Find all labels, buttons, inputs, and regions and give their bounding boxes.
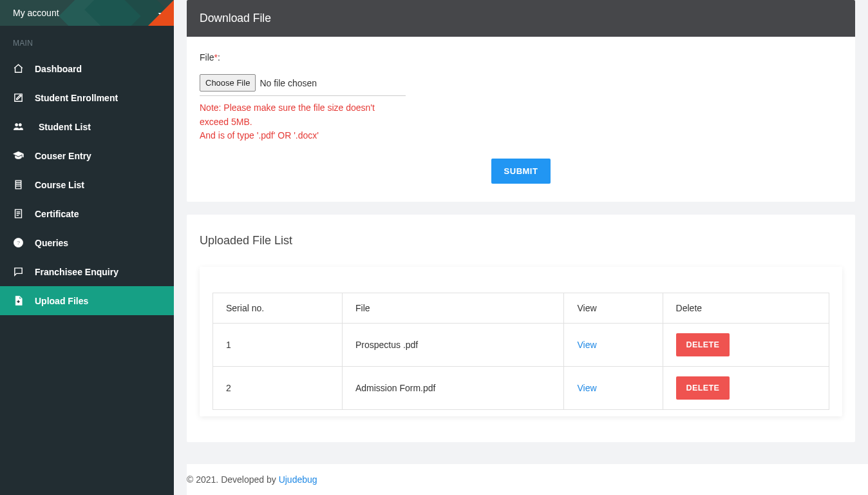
home-icon	[13, 63, 35, 74]
file-chosen-text: No file chosen	[259, 78, 317, 88]
nav-label: Dashboard	[35, 64, 82, 74]
col-view: View	[564, 293, 663, 324]
card-title: Download File	[200, 12, 271, 24]
nav-label: Couser Entry	[35, 151, 91, 161]
graduation-cap-icon	[13, 150, 35, 161]
sidebar: My account MAIN DashboardStudent Enrollm…	[0, 0, 174, 495]
card-header: Download File	[187, 0, 855, 37]
sidebar-item-dashboard[interactable]: Dashboard	[0, 54, 174, 83]
table-row: 2Admission Form.pdfViewDELETE	[213, 367, 829, 410]
clipboard-icon	[13, 179, 35, 190]
account-label: My account	[13, 8, 59, 18]
submit-button[interactable]: SUBMIT	[491, 159, 551, 184]
footer-link[interactable]: Ujudebug	[279, 474, 317, 485]
nav-label: Queries	[35, 238, 68, 248]
nav-label: Student List	[35, 122, 91, 132]
sidebar-item-queries[interactable]: ?Queries	[0, 228, 174, 257]
view-link[interactable]: View	[577, 340, 596, 350]
view-link[interactable]: View	[577, 383, 596, 393]
col-delete: Delete	[663, 293, 829, 324]
uploaded-files-table: Serial no. File View Delete 1Prospectus …	[212, 293, 829, 410]
chevron-down-icon	[156, 9, 164, 19]
cell-file: Prospectus .pdf	[342, 324, 564, 367]
file-note: Note: Please make sure the file size doe…	[200, 101, 406, 143]
uploaded-files-panel: Serial no. File View Delete 1Prospectus …	[200, 267, 842, 416]
sidebar-item-certificate[interactable]: Certificate	[0, 199, 174, 228]
sidebar-item-student-list[interactable]: Student List	[0, 112, 174, 141]
table-header-row: Serial no. File View Delete	[213, 293, 829, 324]
file-plus-icon	[13, 295, 35, 306]
cell-serial: 2	[213, 367, 343, 410]
table-row: 1Prospectus .pdfViewDELETE	[213, 324, 829, 367]
uploaded-files-card: Uploaded File List Serial no. File View …	[187, 215, 855, 442]
nav-label: Upload Files	[35, 296, 88, 306]
sidebar-item-student-enrollment[interactable]: Student Enrollment	[0, 83, 174, 112]
sidebar-section-label: MAIN	[0, 26, 174, 54]
svg-text:?: ?	[16, 239, 20, 246]
footer: © 2021. Developed by Ujudebug	[187, 464, 868, 495]
col-file: File	[342, 293, 564, 324]
question-circle-icon: ?	[13, 237, 35, 248]
download-file-card: Download File File*: Choose File No file…	[187, 0, 855, 202]
file-field-label: File*:	[200, 52, 842, 63]
choose-file-button[interactable]: Choose File	[200, 74, 256, 92]
people-icon	[13, 121, 35, 132]
file-input-row: Choose File No file chosen	[200, 74, 406, 96]
edit-square-icon	[13, 92, 35, 103]
sidebar-item-upload-files[interactable]: Upload Files	[0, 286, 174, 315]
chat-icon	[13, 266, 35, 277]
nav-label: Course List	[35, 180, 84, 190]
uploaded-files-title: Uploaded File List	[200, 234, 842, 248]
cell-file: Admission Form.pdf	[342, 367, 564, 410]
delete-button[interactable]: DELETE	[676, 333, 730, 356]
cell-serial: 1	[213, 324, 343, 367]
sidebar-item-course-list[interactable]: Course List	[0, 170, 174, 199]
sidebar-item-couser-entry[interactable]: Couser Entry	[0, 141, 174, 170]
account-header[interactable]: My account	[0, 0, 174, 26]
col-serial: Serial no.	[213, 293, 343, 324]
sidebar-item-franchisee-enquiry[interactable]: Franchisee Enquiry	[0, 257, 174, 286]
nav-label: Certificate	[35, 209, 79, 219]
nav-label: Franchisee Enquiry	[35, 267, 118, 277]
main-content: Download File File*: Choose File No file…	[174, 0, 868, 442]
nav-label: Student Enrollment	[35, 93, 118, 103]
footer-text: © 2021. Developed by	[187, 474, 279, 485]
delete-button[interactable]: DELETE	[676, 376, 730, 400]
document-icon	[13, 208, 35, 219]
